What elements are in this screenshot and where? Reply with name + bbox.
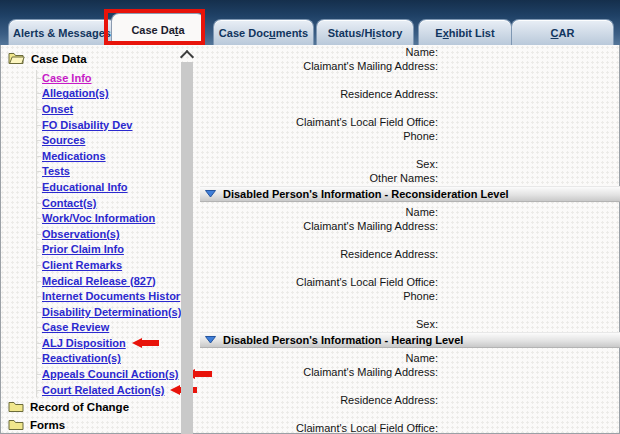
sidebar-item-allegations[interactable]: Allegation(s)	[37, 86, 197, 102]
tab-label: Alerts & Messages	[13, 27, 111, 39]
sidebar-item-observations[interactable]: Observation(s)	[37, 226, 197, 242]
field-label: Phone:	[200, 129, 438, 143]
field-label: Residence Address:	[200, 247, 438, 261]
sidebar-item-sources[interactable]: Sources	[37, 132, 197, 148]
sidebar-item-medical-release-827[interactable]: Medical Release (827)	[37, 273, 197, 289]
tab-label: CAR	[551, 27, 575, 39]
sidebar-item-tests[interactable]: Tests	[37, 164, 197, 180]
spacer-row	[200, 261, 438, 275]
tree-root-case-data[interactable]: Case Data	[0, 45, 197, 68]
field-label: Claimant's Local Field Office:	[200, 421, 438, 434]
tab-case-data[interactable]: Case Data	[111, 13, 205, 45]
tree-root-label: Case Data	[31, 53, 87, 65]
sidebar-item-case-info[interactable]: Case Info	[37, 70, 197, 86]
content-panel: Name: Claimant's Mailing Address: Reside…	[200, 45, 620, 434]
spacer-row	[200, 407, 438, 421]
field-label: Claimant's Local Field Office:	[200, 115, 438, 129]
top-banner: Alerts & Messages Case Data Case Documen…	[0, 0, 620, 45]
field-label: Name:	[200, 351, 438, 365]
sidebar-item-prior-claim-info[interactable]: Prior Claim Info	[37, 242, 197, 258]
scrollbar-thumb[interactable]	[181, 62, 193, 434]
tab-label: Case Documents	[219, 27, 308, 39]
sidebar-folder-forms[interactable]: Forms	[0, 417, 197, 433]
sidebar-item-reactivations[interactable]: Reactivation(s)	[37, 351, 197, 367]
sidebar-item-client-remarks[interactable]: Client Remarks	[37, 257, 197, 273]
sidebar-item-appeals-council-actions[interactable]: Appeals Council Action(s)	[37, 366, 197, 382]
spacer-row	[200, 73, 438, 87]
closed-folder-icon	[8, 418, 24, 432]
field-label: Claimant's Local Field Office:	[200, 275, 438, 289]
field-label: Residence Address:	[200, 393, 438, 407]
field-label: Residence Address:	[200, 87, 438, 101]
folder-label: Record of Change	[30, 401, 129, 413]
spacer-row	[200, 379, 438, 393]
tab-label: Status/History	[328, 27, 403, 39]
tab-label: Case Data	[131, 24, 184, 36]
section-hearing-level: Name: Claimant's Mailing Address: Reside…	[200, 348, 620, 434]
app-window: Alerts & Messages Case Data Case Documen…	[0, 0, 620, 434]
sidebar-item-educational-info[interactable]: Educational Info	[37, 179, 197, 195]
section-reconsideration-level: Name: Claimant's Mailing Address: Reside…	[200, 202, 620, 331]
section-header-reconsideration-level: Disabled Person's Information - Reconsid…	[200, 186, 620, 202]
tree-links: Case Info Allegation(s) Onset FO Disabil…	[36, 70, 197, 397]
sidebar-item-onset[interactable]: Onset	[37, 101, 197, 117]
sidebar-item-contacts[interactable]: Contact(s)	[37, 195, 197, 211]
sidebar-item-alj-disposition[interactable]: ALJ Disposition	[37, 335, 197, 351]
section-title: Disabled Person's Information - Reconsid…	[223, 188, 509, 200]
field-label: Phone:	[200, 289, 438, 303]
spacer-row	[200, 143, 438, 157]
section-current-level: Name: Claimant's Mailing Address: Reside…	[200, 45, 620, 185]
sidebar-item-fo-disability-dev[interactable]: FO Disability Dev	[37, 117, 197, 133]
collapse-triangle-icon[interactable]	[205, 188, 216, 200]
field-label: Sex:	[200, 317, 438, 331]
sidebar-item-disability-determinations[interactable]: Disability Determination(s)	[37, 304, 197, 320]
folder-label: Forms	[30, 419, 65, 431]
open-folder-icon	[8, 51, 25, 66]
sidebar-item-court-related-actions[interactable]: Court Related Action(s)	[37, 382, 197, 398]
section-header-hearing-level: Disabled Person's Information - Hearing …	[200, 332, 620, 348]
spacer-row	[200, 303, 438, 317]
tab-label: Exhibit List	[435, 27, 494, 39]
field-label: Claimant's Mailing Address:	[200, 59, 438, 73]
collapse-triangle-icon[interactable]	[205, 334, 216, 346]
tab-car[interactable]: CAR	[511, 19, 614, 45]
field-label: Sex:	[200, 157, 438, 171]
field-label: Other Names:	[200, 171, 438, 185]
field-label: Claimant's Mailing Address:	[200, 365, 438, 379]
sidebar-folder-record-of-change[interactable]: Record of Change	[0, 399, 197, 415]
field-label: Name:	[200, 45, 438, 59]
tab-case-documents[interactable]: Case Documents	[213, 19, 314, 45]
sidebar-item-internet-documents-history[interactable]: Internet Documents History	[37, 288, 197, 304]
spacer-row	[200, 101, 438, 115]
tab-alerts-messages[interactable]: Alerts & Messages	[8, 19, 116, 45]
field-label: Claimant's Mailing Address:	[200, 219, 438, 233]
section-title: Disabled Person's Information - Hearing …	[223, 334, 463, 346]
spacer-row	[200, 233, 438, 247]
closed-folder-icon	[8, 400, 24, 414]
sidebar-tree: Case Data Case Info Allegation(s) Onset …	[0, 45, 197, 434]
sidebar-item-medications[interactable]: Medications	[37, 148, 197, 164]
annotation-arrow	[132, 338, 159, 348]
field-label: Name:	[200, 205, 438, 219]
tab-status-history[interactable]: Status/History	[316, 19, 414, 45]
sidebar-item-work-voc-information[interactable]: Work/Voc Information	[37, 210, 197, 226]
sidebar-item-case-review[interactable]: Case Review	[37, 320, 197, 336]
tab-exhibit-list[interactable]: Exhibit List	[418, 19, 512, 45]
